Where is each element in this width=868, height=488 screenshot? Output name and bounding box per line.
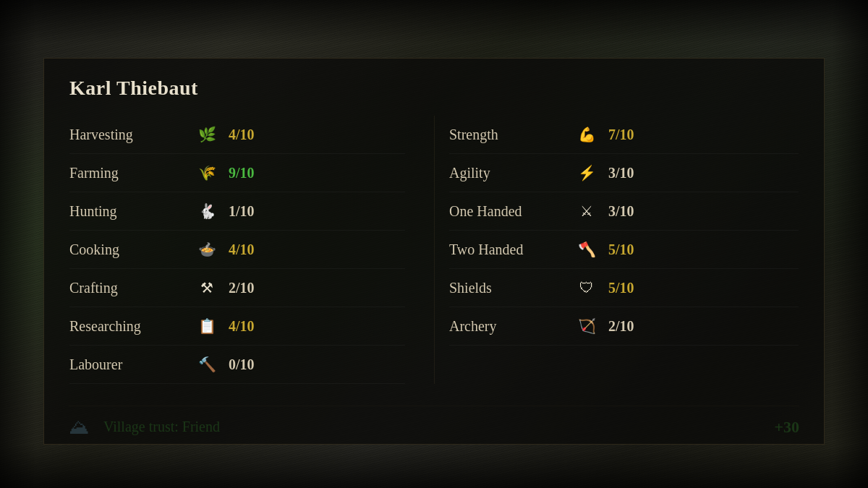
stat-value-agility: 3/10: [608, 165, 652, 181]
stat-icon-hunting: 🐇: [194, 198, 220, 224]
stat-value-crafting: 2/10: [229, 280, 272, 296]
stat-label-labourer: Labourer: [69, 356, 185, 373]
stat-label-farming: Farming: [69, 165, 185, 181]
stat-icon-shields: 🛡: [574, 275, 600, 301]
stat-icon-harvesting: 🌿: [194, 121, 220, 147]
stat-value-farming: 9/10: [229, 165, 272, 181]
stat-label-cooking: Cooking: [69, 241, 185, 258]
stat-value-cooking: 4/10: [229, 241, 272, 258]
stats-grid: Harvesting🌿4/10Farming🌾9/10Hunting🐇1/10C…: [69, 116, 799, 384]
stat-row-archery: Archery🏹2/10: [449, 307, 799, 346]
stat-icon-farming: 🌾: [194, 160, 220, 186]
stat-row-cooking: Cooking🍲4/10: [69, 231, 405, 269]
stat-value-strength: 7/10: [608, 127, 652, 143]
stat-icon-agility: ⚡: [574, 160, 600, 186]
stat-value-hunting: 1/10: [229, 203, 272, 220]
stat-row-agility: Agility⚡3/10: [449, 154, 799, 192]
overlay-top: [0, 0, 868, 43]
stat-value-archery: 2/10: [608, 318, 652, 335]
stat-icon-researching: 📋: [194, 313, 220, 339]
stat-label-harvesting: Harvesting: [69, 127, 185, 143]
stat-label-strength: Strength: [449, 127, 565, 143]
stat-value-labourer: 0/10: [229, 356, 272, 373]
stat-label-crafting: Crafting: [69, 280, 185, 296]
stat-row-twohanded: Two Handed🪓5/10: [449, 231, 799, 269]
overlay-left: [0, 0, 36, 488]
right-column: Strength💪7/10Agility⚡3/10One Handed⚔3/10…: [434, 116, 799, 384]
stat-icon-archery: 🏹: [574, 313, 600, 339]
stat-row-hunting: Hunting🐇1/10: [69, 192, 405, 231]
character-name: Karl Thiebaut: [69, 77, 799, 100]
overlay-right: [832, 0, 868, 488]
stat-icon-strength: 💪: [574, 121, 600, 147]
stat-label-archery: Archery: [449, 318, 565, 335]
stat-label-agility: Agility: [449, 165, 565, 181]
stat-label-shields: Shields: [449, 280, 565, 296]
stat-row-onehanded: One Handed⚔3/10: [449, 192, 799, 231]
stat-row-farming: Farming🌾9/10: [69, 154, 405, 192]
stat-label-onehanded: One Handed: [449, 203, 565, 220]
stat-value-researching: 4/10: [229, 318, 272, 335]
stat-row-researching: Researching📋4/10: [69, 307, 405, 346]
stat-icon-cooking: 🍲: [194, 236, 220, 262]
stat-icon-onehanded: ⚔: [574, 198, 600, 224]
stat-row-harvesting: Harvesting🌿4/10: [69, 116, 405, 154]
stat-value-onehanded: 3/10: [608, 203, 652, 220]
stat-row-labourer: Labourer🔨0/10: [69, 346, 405, 384]
stat-value-harvesting: 4/10: [229, 127, 272, 143]
stat-row-crafting: Crafting⚒2/10: [69, 269, 405, 307]
stat-icon-labourer: 🔨: [194, 351, 220, 377]
left-column: Harvesting🌿4/10Farming🌾9/10Hunting🐇1/10C…: [69, 116, 434, 384]
stat-value-shields: 5/10: [608, 280, 652, 296]
overlay-bottom: [0, 445, 868, 488]
stat-value-twohanded: 5/10: [608, 241, 652, 258]
background: Karl Thiebaut Harvesting🌿4/10Farming🌾9/1…: [0, 0, 868, 488]
stat-icon-crafting: ⚒: [194, 275, 220, 301]
stats-panel: Karl Thiebaut Harvesting🌿4/10Farming🌾9/1…: [43, 58, 825, 445]
stat-row-strength: Strength💪7/10: [449, 116, 799, 154]
stat-icon-twohanded: 🪓: [574, 236, 600, 262]
stat-label-researching: Researching: [69, 318, 185, 335]
stat-label-hunting: Hunting: [69, 203, 185, 220]
stat-label-twohanded: Two Handed: [449, 241, 565, 258]
stat-row-shields: Shields🛡5/10: [449, 269, 799, 307]
